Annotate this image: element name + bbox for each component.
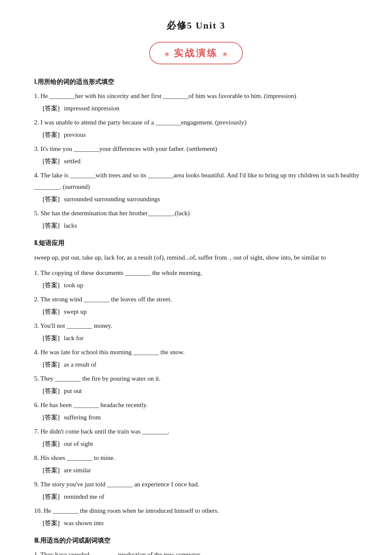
question-1-2: 2. I was unable to attend the party beca…: [34, 117, 366, 141]
question-2-8: 8. His shoes ________ to mine. [答案] are …: [34, 452, 366, 476]
banner-box: 实战演练: [149, 42, 243, 65]
question-text: 3. You'll not ________ money.: [34, 320, 366, 332]
answer-line: [答案] took up: [43, 280, 366, 291]
question-2-3: 3. You'll not ________ money. [答案] lack …: [34, 320, 366, 344]
answer-line: [答案] lack for: [43, 332, 366, 344]
answer-value: impressed impression: [64, 105, 119, 112]
question-1-4: 4. The lake is ________with trees and so…: [34, 170, 366, 205]
answer-label: [答案]: [43, 467, 60, 474]
answer-value: took up: [64, 282, 83, 289]
answer-line: [答案] impressed impression: [43, 103, 366, 114]
answer-value: are similar: [64, 467, 91, 474]
question-text: 1. They have speeded ________ production…: [34, 549, 366, 555]
answer-line: [答案] surrounded surrounding surroundings: [43, 194, 366, 205]
answer-line: [答案] suffering from: [43, 412, 366, 423]
question-text: 2. The strong wind ________ the leaves o…: [34, 294, 366, 305]
answer-label: [答案]: [43, 131, 60, 138]
answer-value: out of sight: [64, 440, 93, 447]
question-2-4: 4. He was late for school this morning _…: [34, 347, 366, 370]
answer-value: surrounded surrounding surroundings: [64, 196, 160, 202]
answer-line: [答案] swept up: [43, 306, 366, 318]
answer-label: [答案]: [43, 361, 60, 368]
answer-value: previous: [64, 131, 86, 138]
section2-heading: Ⅱ.短语应用: [34, 237, 366, 249]
answer-value: put out: [64, 387, 82, 394]
answer-label: [答案]: [43, 222, 60, 229]
question-2-2: 2. The strong wind ________ the leaves o…: [34, 294, 366, 318]
answer-label: [答案]: [43, 387, 60, 394]
answer-label: [答案]: [43, 493, 60, 500]
banner-text: 实战演练: [174, 48, 218, 58]
answer-label: [答案]: [43, 414, 60, 421]
answer-line: [答案] previous: [43, 129, 366, 141]
section-3: Ⅲ.用适当的介词或副词填空 1. They have speeded _____…: [26, 535, 366, 555]
question-2-1: 1. The copying of these documents ______…: [34, 267, 366, 291]
answer-label: [答案]: [43, 440, 60, 447]
question-text: 4. The lake is ________with trees and so…: [34, 170, 366, 193]
answer-line: [答案] put out: [43, 385, 366, 397]
answer-label: [答案]: [43, 308, 60, 315]
question-text: 6. He has been ________ headache recentl…: [34, 399, 366, 411]
answer-value: settled: [64, 158, 81, 165]
section-2: Ⅱ.短语应用 sweep up, put out, take up, lack …: [26, 237, 366, 529]
question-text: 4. He was late for school this morning _…: [34, 347, 366, 358]
answer-line: [答案] are similar: [43, 465, 366, 476]
answer-value: as a result of: [64, 361, 96, 368]
answer-line: [答案] was shown into: [43, 517, 366, 529]
section1-heading: Ⅰ.用所给的词的适当形式填空: [34, 76, 366, 88]
section-1: Ⅰ.用所给的词的适当形式填空 1. He ________her with hi…: [26, 76, 366, 231]
question-text: 2. I was unable to attend the party beca…: [34, 117, 366, 128]
question-2-7: 7. He didn't come back until the train w…: [34, 426, 366, 450]
page-title: 必修5 Unit 3: [26, 17, 366, 34]
section3-heading: Ⅲ.用适当的介词或副词填空: [34, 535, 366, 546]
question-2-10: 10. He ________ the dining room when he …: [34, 505, 366, 529]
answer-label: [答案]: [43, 282, 60, 289]
question-3-1: 1. They have speeded ________ production…: [34, 549, 366, 555]
question-text: 10. He ________ the dining room when he …: [34, 505, 366, 517]
decorative-banner: 实战演练: [26, 42, 366, 65]
answer-value: was shown into: [64, 520, 104, 526]
answer-value: lacks: [64, 222, 77, 229]
answer-value: reminded me of: [64, 493, 104, 500]
answer-line: [答案] reminded me of: [43, 491, 366, 503]
answer-value: suffering from: [64, 414, 101, 421]
phrase-list: sweep up, put out, take up, lack for, as…: [34, 251, 366, 264]
answer-label: [答案]: [43, 335, 60, 341]
question-text: 3. It's time you ________your difference…: [34, 143, 366, 155]
question-1-1: 1. He ________her with his sincerity and…: [34, 90, 366, 114]
answer-value: lack for: [64, 335, 84, 341]
answer-line: [答案] as a result of: [43, 359, 366, 370]
answer-label: [答案]: [43, 520, 60, 526]
answer-line: [答案] settled: [43, 156, 366, 167]
question-text: 5. She has the determination that her br…: [34, 208, 366, 219]
question-text: 1. He ________her with his sincerity and…: [34, 90, 366, 102]
question-2-5: 5. They ________ the fire by pouring wat…: [34, 373, 366, 397]
question-2-9: 9. The story you've just told ________ a…: [34, 479, 366, 503]
question-text: 7. He didn't come back until the train w…: [34, 426, 366, 437]
answer-label: [答案]: [43, 158, 60, 165]
answer-value: swept up: [64, 308, 87, 315]
question-text: 9. The story you've just told ________ a…: [34, 479, 366, 490]
question-text: 5. They ________ the fire by pouring wat…: [34, 373, 366, 384]
question-text: 8. His shoes ________ to mine.: [34, 452, 366, 464]
question-text: 1. The copying of these documents ______…: [34, 267, 366, 279]
question-1-5: 5. She has the determination that her br…: [34, 208, 366, 231]
question-2-6: 6. He has been ________ headache recentl…: [34, 399, 366, 423]
answer-line: [答案] out of sight: [43, 438, 366, 450]
answer-line: [答案] lacks: [43, 220, 366, 231]
answer-label: [答案]: [43, 105, 60, 112]
question-1-3: 3. It's time you ________your difference…: [34, 143, 366, 167]
answer-label: [答案]: [43, 196, 60, 202]
